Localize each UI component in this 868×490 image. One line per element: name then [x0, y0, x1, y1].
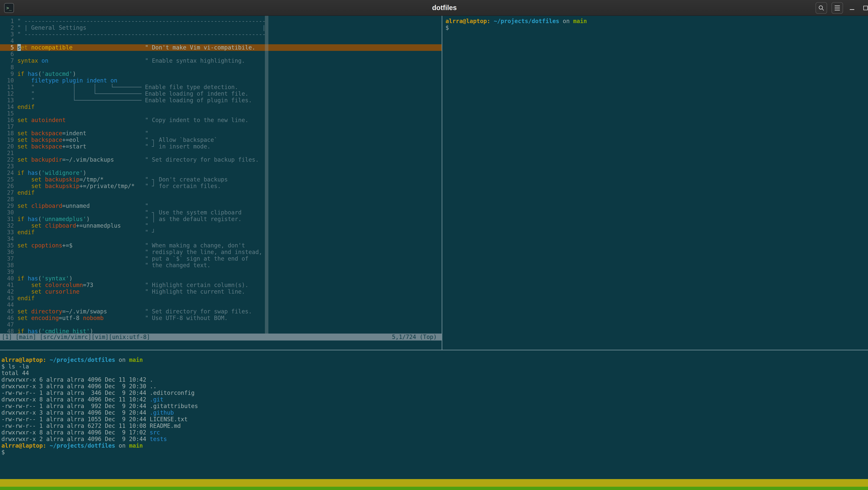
vim-line-36: 36 " redisplay the line, and instead, — [0, 249, 442, 255]
vim-line-29: 29set clipboard=unnamed " — [0, 203, 442, 209]
vim-line-20: 20set backspace+=start " ┘ in insert mod… — [0, 143, 442, 150]
vim-line-5: 5set nocompatible " Don't make Vim vi-co… — [0, 44, 442, 51]
tmux-status-left: 0 / 1:vim* — [4, 479, 49, 487]
right-pane-output: alrra@laptop: ~/projects/dotfiles on mai… — [445, 18, 868, 31]
vim-line-39: 39 — [0, 269, 442, 275]
terminal-line: -rw-rw-r-- 1 alrra alrra 6272 Dec 11 10:… — [1, 423, 868, 429]
vim-line-1: 1" -------------------------------------… — [0, 18, 442, 25]
vim-line-6: 6 — [0, 51, 442, 58]
vim-line-31: 31if has('unnamedplus') " │ as the defau… — [0, 216, 442, 222]
vim-line-42: 42 set cursorline " Highlight the curren… — [0, 288, 442, 295]
terminal-line: alrra@laptop: ~/projects/dotfiles on mai… — [445, 18, 868, 25]
vim-line-2: 2" | General Settings | — [0, 25, 442, 31]
vim-line-9: 9if has('autocmd') — [0, 71, 442, 77]
terminal-line: drwxrwxr-x 2 alrra alrra 4096 Dec 9 20:4… — [1, 436, 868, 442]
shell-pane-top-right[interactable]: alrra@laptop: ~/projects/dotfiles on mai… — [442, 16, 868, 350]
vim-line-41: 41 set colorcolumn=73 " Highlight certai… — [0, 282, 442, 288]
terminal-line: drwxrwxr-x 6 alrra alrra 4096 Dec 11 10:… — [1, 376, 868, 383]
vim-statusline-right: 5,1/724 (Top) — [392, 334, 437, 340]
vim-line-46: 46set encoding=utf-8 nobomb " Use UTF-8 … — [0, 315, 442, 321]
vim-line-44: 44 — [0, 302, 442, 308]
vim-statusline-left: [1] [main] [src/vim/vimrc][vim][unix:utf… — [2, 334, 150, 340]
terminal-line: drwxrwxr-x 3 alrra alrra 4096 Dec 9 20:4… — [1, 409, 868, 416]
vim-line-25: 25 set backupskip=/tmp/* " ┐ Don't creat… — [0, 176, 442, 183]
search-icon — [818, 5, 825, 11]
vim-line-45: 45set directory=~/.vim/swaps " Set direc… — [0, 308, 442, 315]
vim-line-38: 38 " the changed text. — [0, 262, 442, 269]
vim-line-10: 10 filetype plugin indent on — [0, 77, 442, 84]
maximize-icon — [863, 6, 868, 10]
vim-line-47: 47 — [0, 321, 442, 328]
vim-line-4: 4 — [0, 38, 442, 44]
vim-statusline: [1] [main] [src/vim/vimrc][vim][unix:utf… — [0, 334, 442, 340]
vim-line-3: 3" -------------------------------------… — [0, 31, 442, 38]
vim-line-27: 27endif — [0, 189, 442, 196]
terminal-line: total 44 — [1, 370, 868, 376]
terminal-line: alrra@laptop: ~/projects/dotfiles on mai… — [1, 357, 868, 363]
minimize-button[interactable] — [847, 2, 857, 14]
vim-line-40: 40if has('syntax') — [0, 275, 442, 282]
terminal-line: alrra@laptop: ~/projects/dotfiles on mai… — [1, 442, 868, 449]
titlebar: >_ dotfiles × — [0, 0, 868, 16]
terminal-window[interactable]: 1" -------------------------------------… — [0, 16, 868, 490]
vim-line-26: 26 set backupskip+=/private/tmp/* " ┘ fo… — [0, 183, 442, 189]
vim-line-21: 21 — [0, 150, 442, 156]
vim-line-37: 37 " put a `$` sign at the end of — [0, 255, 442, 262]
vim-line-43: 43endif — [0, 295, 442, 302]
vim-line-18: 18set backspace=indent " — [0, 130, 442, 136]
terminal-line: $ — [1, 449, 868, 456]
vim-line-12: 12 " │ └───────────── Enable loading of … — [0, 90, 442, 97]
terminal-line: drwxrwxr-x 3 alrra alrra 4096 Dec 9 20:3… — [1, 383, 868, 390]
terminal-line: $ — [445, 25, 868, 31]
vim-line-7: 7syntax on " Enable syntax highlighting. — [0, 58, 442, 64]
vim-buffer: 1" -------------------------------------… — [0, 18, 442, 335]
terminal-line: drwxrwxr-x 8 alrra alrra 4096 Dec 9 17:0… — [1, 429, 868, 436]
maximize-button[interactable] — [861, 2, 868, 14]
shell-pane-bottom[interactable]: alrra@laptop: ~/projects/dotfiles on mai… — [0, 350, 868, 479]
vim-line-14: 14endif — [0, 104, 442, 110]
vim-line-35: 35set cpoptions+=$ " When making a chang… — [0, 242, 442, 249]
terminal-line: drwxrwxr-x 8 alrra alrra 4096 Dec 11 10:… — [1, 396, 868, 403]
vim-line-15: 15 — [0, 110, 442, 117]
terminal-line: -rw-rw-r-- 1 alrra alrra 346 Dec 9 20:44… — [1, 390, 868, 396]
bottom-strip — [0, 487, 868, 490]
vim-line-23: 23 — [0, 163, 442, 170]
vim-line-17: 17 — [0, 123, 442, 130]
vim-cursor: s — [18, 44, 21, 51]
vim-line-32: 32 set clipboard+=unnamedplus " — [0, 222, 442, 229]
minimize-icon — [850, 9, 854, 10]
terminal-line: -rw-rw-r-- 1 alrra alrra 992 Dec 9 20:44… — [1, 403, 868, 409]
terminal-line: -rw-rw-r-- 1 alrra alrra 1055 Dec 9 20:4… — [1, 416, 868, 423]
vim-pane[interactable]: 1" -------------------------------------… — [0, 16, 442, 350]
window-controls: × — [815, 0, 868, 16]
vim-line-30: 30 " ┐ Use the system clipboard — [0, 209, 442, 216]
vim-line-16: 16set autoindent " Copy indent to the ne… — [0, 117, 442, 123]
menu-icon — [835, 5, 840, 10]
vim-line-22: 22set backupdir=~/.vim/backups " Set dir… — [0, 156, 442, 163]
search-button[interactable] — [815, 2, 827, 14]
vim-line-33: 33endif " ┘ — [0, 229, 442, 236]
vim-line-24: 24if has('wildignore') — [0, 170, 442, 176]
vim-line-13: 13 " └─────────────────── Enable loading… — [0, 97, 442, 104]
window-title: dotfiles — [0, 4, 868, 12]
terminal-line: $ ls -la — [1, 363, 868, 370]
vim-line-34: 34 — [0, 236, 442, 242]
vim-line-19: 19set backspace+=eol " ┐ Allow `backspac… — [0, 136, 442, 143]
bottom-pane-output: alrra@laptop: ~/projects/dotfiles on mai… — [1, 357, 868, 456]
vim-line-8: 8 — [0, 64, 442, 71]
vim-line-28: 28 — [0, 196, 442, 203]
vim-line-11: 11 " │ │ └──────── Enable file type dete… — [0, 84, 442, 90]
menu-button[interactable] — [832, 2, 843, 14]
tmux-status-bar: 0 / 1:vim* 10:53 — [0, 479, 868, 487]
